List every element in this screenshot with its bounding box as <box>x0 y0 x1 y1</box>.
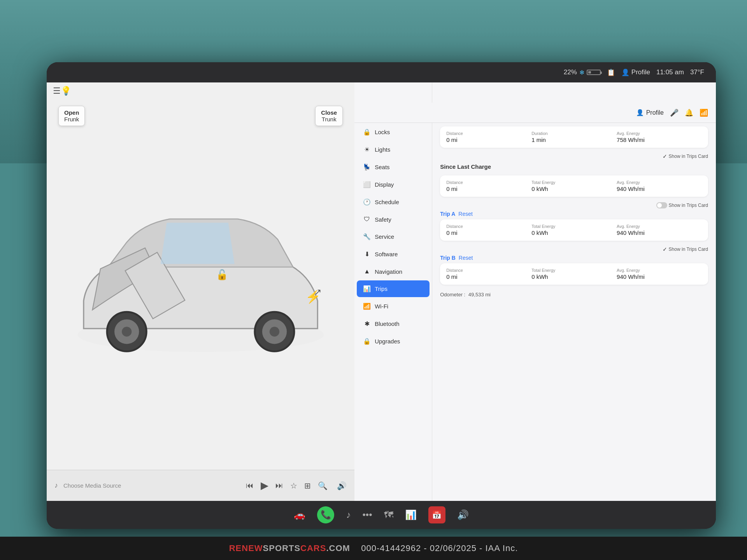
media-source-label[interactable]: Choose Media Source <box>63 482 240 489</box>
odometer-label: Odometer : <box>440 292 465 298</box>
display-icon: ⬜ <box>363 181 371 188</box>
settings-profile[interactable]: 👤 Profile <box>636 109 664 116</box>
taskbar-car[interactable]: 🚗 <box>294 509 305 520</box>
watermark-bar: RENEWSPORTSCARS.COM 000-41442962 - 02/06… <box>0 537 747 560</box>
trip-b-header: Trip B Reset <box>440 255 708 261</box>
settings-header: 👤 Profile 🎤 🔔 📶 <box>354 103 716 123</box>
since-charge-stats: Distance 0 mi Total Energy 0 kWh Avg. En… <box>446 180 702 192</box>
nav-seats[interactable]: 💺 Seats <box>357 159 430 175</box>
calendar-icon[interactable]: 📅 <box>428 506 445 523</box>
brand-renew: RENEW <box>229 543 263 553</box>
taskbar-map[interactable]: 🗺 <box>384 509 393 520</box>
check-icon-2: ✓ <box>663 153 667 159</box>
toggle-trip-a[interactable] <box>656 202 667 208</box>
svg-text:🔓: 🔓 <box>216 269 228 281</box>
locks-icon: 🔒 <box>363 128 371 136</box>
since-charge-avg-energy: Avg. Energy 940 Wh/mi <box>617 180 702 192</box>
nav-navigation[interactable]: ▲ Navigation <box>357 263 430 280</box>
play-button[interactable]: ▶ <box>261 480 268 492</box>
settings-panel: 👤 Profile 🎤 🔔 📶 🔍 🔒 Locks ☀ <box>354 82 716 501</box>
current-drive-distance: Distance 0 mi <box>446 131 531 143</box>
microphone-icon[interactable]: 🎤 <box>670 108 679 117</box>
settings-profile-label: Profile <box>646 109 664 116</box>
distance-label-2: Distance <box>446 180 531 185</box>
battery-status: 22% ❄ <box>564 68 601 76</box>
safety-icon: 🛡 <box>363 216 371 223</box>
show-trips-label-3: Show in Trips Card <box>669 203 708 208</box>
show-in-trips-3: Show in Trips Card <box>440 202 708 208</box>
nav-lights-label: Lights <box>375 146 390 153</box>
avg-energy-label-1: Avg. Energy <box>617 131 702 136</box>
taskbar-energy[interactable]: 📊 <box>405 509 417 520</box>
speaker-icon: 🔔 <box>685 108 693 117</box>
signal-icon: 📶 <box>700 108 708 117</box>
trip-a-total-energy: Total Energy 0 kWh <box>531 224 617 236</box>
nav-trips[interactable]: 📊 Trips <box>357 280 430 297</box>
upgrades-icon: 🔒 <box>363 338 371 345</box>
trip-b-reset[interactable]: Reset <box>459 255 473 261</box>
since-charge-total-energy: Total Energy 0 kWh <box>531 180 617 192</box>
time-display: 11:05 am <box>656 68 684 76</box>
distance-value-4: 0 mi <box>446 273 531 280</box>
tesla-screen: 22% ❄ 📋 👤 Profile 11:05 am 37°F ☰💡 Open … <box>47 62 716 529</box>
nav-software-label: Software <box>375 251 398 257</box>
avg-energy-value-1: 758 Wh/mi <box>617 136 702 143</box>
total-energy-value-2: 0 kWh <box>531 229 617 236</box>
trip-b-distance: Distance 0 mi <box>446 268 531 280</box>
nav-locks[interactable]: 🔒 Locks <box>357 124 430 140</box>
navigation-icon: ▲ <box>363 268 371 275</box>
since-last-charge-header: Since Last Charge <box>440 162 708 173</box>
prev-track-button[interactable]: ⏮ <box>246 481 254 490</box>
nav-locks-label: Locks <box>375 129 390 135</box>
avg-energy-value-3: 940 Wh/mi <box>617 229 702 236</box>
nav-software[interactable]: ⬇ Software <box>357 246 430 262</box>
show-trips-label-4: Show in Trips Card <box>669 247 708 252</box>
nav-seats-label: Seats <box>375 164 389 170</box>
nav-display[interactable]: ⬜ Display <box>357 176 430 193</box>
taskbar-phone[interactable]: 📞 <box>317 506 334 523</box>
current-drive-energy: Avg. Energy 758 Wh/mi <box>617 131 702 143</box>
odometer-row: Odometer : 49,533 mi <box>440 290 708 299</box>
nav-bluetooth[interactable]: ✱ Bluetooth <box>357 315 430 332</box>
trip-a-reset[interactable]: Reset <box>458 211 473 217</box>
avg-energy-label-3: Avg. Energy <box>617 224 702 229</box>
taskbar-calendar[interactable]: 📅 <box>428 506 445 523</box>
since-last-charge-card: Distance 0 mi Total Energy 0 kWh Avg. En… <box>440 175 708 197</box>
trip-a-card: Distance 0 mi Total Energy 0 kWh Avg. En… <box>440 219 708 241</box>
watermark-text: RENEWSPORTSCARS.COM 000-41442962 - 02/06… <box>229 543 518 553</box>
taskbar-music[interactable]: ♪ <box>346 509 351 520</box>
total-energy-label-3: Total Energy <box>531 268 617 273</box>
brand-com: .COM <box>326 543 350 553</box>
nav-safety[interactable]: 🛡 Safety <box>357 211 430 228</box>
taskbar: 🚗 📞 ♪ ••• 🗺 📊 📅 🔊 <box>47 501 716 529</box>
avg-energy-value-2: 940 Wh/mi <box>617 186 702 192</box>
trip-a-stats: Distance 0 mi Total Energy 0 kWh Avg. En… <box>446 224 702 236</box>
taskbar-dots[interactable]: ••• <box>362 509 372 520</box>
battery-bar <box>587 70 601 75</box>
svg-text:↗: ↗ <box>314 287 321 297</box>
distance-value-1: 0 mi <box>446 136 531 143</box>
search-media-button[interactable]: 🔍 <box>318 481 328 490</box>
favorite-button[interactable]: ☆ <box>290 481 297 490</box>
avg-energy-label-4: Avg. Energy <box>617 268 702 273</box>
media-controls: ⏮ ▶ ⏭ ☆ ⊞ 🔍 <box>246 480 328 492</box>
profile-button[interactable]: 👤 Profile <box>621 68 650 77</box>
nav-upgrades[interactable]: 🔒 Upgrades <box>357 333 430 350</box>
distance-value-2: 0 mi <box>446 186 531 192</box>
nav-lights[interactable]: ☀ Lights <box>357 141 430 158</box>
phone-icon[interactable]: 📞 <box>317 506 334 523</box>
headlight-icon: ☰💡 <box>53 86 71 96</box>
car-svg: ⚡ 🔓 ↗ <box>47 114 354 470</box>
next-track-button[interactable]: ⏭ <box>275 481 283 490</box>
nav-wifi-label: Wi-Fi <box>375 303 388 310</box>
lights-icon: ☀ <box>363 146 371 153</box>
distance-label-4: Distance <box>446 268 531 273</box>
nav-wifi[interactable]: 📶 Wi-Fi <box>357 298 430 315</box>
taskbar-volume[interactable]: 🔊 <box>457 509 469 520</box>
show-in-trips-4: ✓ Show in Trips Card <box>440 246 708 252</box>
distance-label-1: Distance <box>446 131 531 136</box>
equalizer-button[interactable]: ⊞ <box>304 481 311 490</box>
nav-service[interactable]: 🔧 Service <box>357 228 430 245</box>
nav-schedule[interactable]: 🕐 Schedule <box>357 194 430 210</box>
since-charge-distance: Distance 0 mi <box>446 180 531 192</box>
